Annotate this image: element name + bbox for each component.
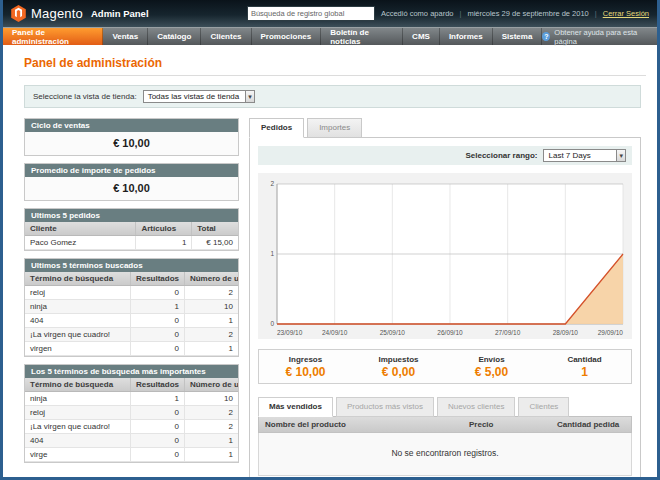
current-date: miércoles 29 de septiembre de 2010 (467, 9, 588, 18)
table-row[interactable]: Paco Gomez 1 € 15,00 (25, 236, 238, 250)
svg-text:1: 1 (270, 250, 274, 257)
table-row[interactable]: virge 0 1 (25, 448, 238, 462)
totals-row: Ingresos € 10,00 Impuestos € 0,00 Envíos… (258, 349, 632, 384)
column-header-total: Total (192, 222, 238, 236)
table-row[interactable]: ¡La virgen que cuadro! 0 2 (25, 328, 238, 342)
nav-item-promotions[interactable]: Promociones (252, 28, 322, 45)
help-link[interactable]: ? Obtener ayuda para esta página (542, 28, 657, 45)
tab-mas-vendidos[interactable]: Más vendidos (258, 397, 333, 417)
cell-uses: 10 (184, 392, 238, 406)
nav-item-catalog[interactable]: Catálogo (148, 28, 201, 45)
table-row[interactable]: ¡La virgen que cuadro! 0 2 (25, 420, 238, 434)
total-label: Envíos (445, 355, 538, 364)
cell-uses: 1 (184, 448, 238, 462)
table-row[interactable]: ninja 1 10 (25, 392, 238, 406)
cell-term: virgen (25, 342, 130, 356)
product-tabs: Más vendidos Productos más vistos Nuevos… (258, 397, 632, 416)
svg-text:23/09/10: 23/09/10 (277, 329, 303, 336)
store-view-bar: Seleccione la vista de tienda: Todas las… (24, 85, 641, 108)
nav-item-customers[interactable]: Clientes (201, 28, 251, 45)
brand-name: Magento (31, 6, 83, 21)
nav-item-sales[interactable]: Ventas (103, 28, 148, 45)
tab-importes[interactable]: Importes (307, 118, 362, 138)
logout-link[interactable]: Cerrar Sesión (603, 9, 649, 18)
cell-results: 0 (130, 286, 184, 300)
chart-tabs: Pedidos Importes (249, 118, 641, 137)
chevron-down-icon: ▾ (616, 150, 625, 161)
last-orders-title: Ultimos 5 pedidos (25, 209, 238, 222)
column-header-usos: Número de usos (184, 378, 238, 392)
total-value: € 5,00 (445, 365, 538, 379)
tab-pedidos[interactable]: Pedidos (249, 118, 304, 138)
orders-area-chart: 23/09/1024/09/1025/09/1026/09/1027/09/10… (259, 176, 631, 338)
table-row[interactable]: 404 0 1 (25, 434, 238, 448)
cell-results: 0 (130, 448, 184, 462)
cell-uses: 2 (184, 406, 238, 420)
range-select-value: Last 7 Days (544, 150, 616, 161)
range-label: Seleccionar rango: (465, 151, 537, 160)
total-label: Impuestos (352, 355, 445, 364)
last-search-terms-table: Término de búsqueda Resultados Número de… (25, 272, 238, 356)
table-row[interactable]: reloj 0 2 (25, 286, 238, 300)
top-search-terms-card: Los 5 términos de búsqueda más important… (24, 364, 239, 463)
total-label: Cantidad (538, 355, 631, 364)
tab-nuevos-clientes[interactable]: Nuevos clientes (437, 397, 515, 417)
nav-item-cms[interactable]: CMS (403, 28, 440, 45)
cell-uses: 2 (184, 328, 238, 342)
title-divider (19, 75, 646, 76)
tab-productos-mas-vistos[interactable]: Productos más vistos (336, 397, 434, 417)
total-impuestos: Impuestos € 0,00 (352, 355, 445, 379)
last-orders-card: Ultimos 5 pedidos Cliente Artículos Tota… (24, 208, 239, 251)
total-label: Ingresos (259, 355, 352, 364)
nav-item-newsletter[interactable]: Boletín de noticias (321, 28, 403, 45)
total-value: € 0,00 (352, 365, 445, 379)
cell-results: 0 (130, 342, 184, 356)
svg-text:26/09/10: 26/09/10 (437, 329, 463, 336)
lifetime-sales-value: € 10,00 (25, 132, 238, 155)
table-row[interactable]: 404 0 1 (25, 314, 238, 328)
table-row[interactable]: reloj 0 2 (25, 406, 238, 420)
cell-results: 0 (130, 328, 184, 342)
header-bar: Magento Admin Panel Accedió como apardo … (3, 0, 657, 27)
cell-total: € 15,00 (192, 236, 238, 250)
magento-logo-icon (11, 5, 26, 22)
cell-articulos: 1 (136, 236, 192, 250)
range-bar: Seleccionar rango: Last 7 Days ▾ (258, 146, 632, 165)
cell-cliente: Paco Gomez (25, 236, 136, 250)
column-header-usos: Número de usos (184, 272, 238, 286)
tab-clientes[interactable]: Clientes (518, 397, 569, 417)
cell-term: reloj (25, 286, 130, 300)
nav-item-dashboard[interactable]: Panel de administración (3, 28, 103, 45)
page-title: Panel de administración (24, 56, 641, 70)
store-view-select[interactable]: Todas las vistas de tienda ▾ (143, 90, 255, 103)
orders-panel: Seleccionar rango: Last 7 Days ▾ 23/09/1… (249, 137, 641, 480)
svg-text:25/09/10: 25/09/10 (380, 329, 406, 336)
total-ingresos: Ingresos € 10,00 (259, 355, 352, 379)
global-search-input[interactable] (247, 6, 375, 21)
brand-suffix: Admin Panel (91, 8, 149, 19)
cell-results: 1 (130, 300, 184, 314)
main-nav: Panel de administración Ventas Catálogo … (3, 27, 657, 45)
column-header-cliente: Cliente (25, 222, 136, 236)
table-row[interactable]: ninja 1 10 (25, 300, 238, 314)
store-view-label: Seleccione la vista de tienda: (33, 92, 137, 101)
column-header-termino: Término de búsqueda (25, 378, 130, 392)
column-header-product-name: Nombre del producto (259, 417, 463, 432)
nav-item-reports[interactable]: Informes (440, 28, 493, 45)
cell-term: ¡La virgen que cuadro! (25, 328, 130, 342)
magento-admin-window: Magento Admin Panel Accedió como apardo … (0, 0, 660, 480)
average-orders-card: Promedio de importe de pedidos € 10,00 (24, 163, 239, 201)
table-row[interactable]: virgen 0 1 (25, 342, 238, 356)
dashboard-main-panel: Pedidos Importes Seleccionar rango: Last… (249, 118, 641, 480)
total-value: € 10,00 (259, 365, 352, 379)
column-header-price: Precio (463, 417, 551, 432)
total-cantidad: Cantidad 1 (538, 355, 631, 379)
help-icon: ? (542, 32, 550, 41)
cell-term: ninja (25, 392, 130, 406)
range-select[interactable]: Last 7 Days ▾ (543, 149, 626, 162)
cell-uses: 1 (184, 434, 238, 448)
magento-logo: Magento Admin Panel (11, 5, 149, 22)
cell-term: virge (25, 448, 130, 462)
nav-item-system[interactable]: Sistema (493, 28, 543, 45)
cell-term: 404 (25, 314, 130, 328)
